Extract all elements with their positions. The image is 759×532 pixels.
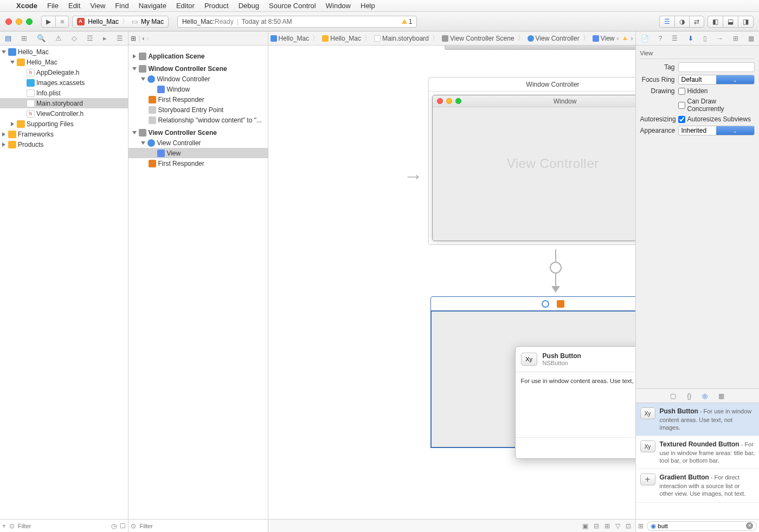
library-search-input[interactable] xyxy=(658,523,744,529)
run-button[interactable]: ▶ xyxy=(41,16,55,28)
menu-edit[interactable]: Edit xyxy=(68,2,80,10)
report-navigator-tab[interactable]: ☰ xyxy=(117,34,123,42)
file-inspector-tab[interactable]: 📄 xyxy=(641,35,649,42)
zoom-button[interactable] xyxy=(26,18,33,25)
outline-row[interactable]: View Controller xyxy=(128,138,267,148)
outline-row[interactable]: Relationship "window content" to "... xyxy=(128,115,267,125)
tag-input[interactable] xyxy=(678,62,755,72)
debug-navigator-tab[interactable]: ☲ xyxy=(87,34,93,42)
recent-filter-button[interactable]: ◷ xyxy=(111,522,117,530)
quickhelp-inspector-tab[interactable]: ? xyxy=(659,35,662,42)
resolve-issues-button[interactable]: ▽ xyxy=(615,522,620,530)
connections-inspector-tab[interactable]: → xyxy=(717,35,723,42)
menu-navigate[interactable]: Navigate xyxy=(139,2,166,10)
menu-view[interactable]: View xyxy=(90,2,105,10)
outline-row[interactable]: First Responder xyxy=(128,94,267,105)
object-library-tab[interactable]: ◎ xyxy=(702,392,707,400)
scheme-selector[interactable]: Hello_Mac 〉 ▭ My Mac xyxy=(72,16,169,28)
outline-row[interactable]: Window Controller xyxy=(128,74,267,84)
toggle-utilities-button[interactable]: ◨ xyxy=(738,16,754,28)
menu-debug[interactable]: Debug xyxy=(239,2,259,10)
add-button[interactable]: + xyxy=(2,522,6,530)
outline-row[interactable]: View Controller Scene xyxy=(128,127,267,138)
toggle-navigator-button[interactable]: ◧ xyxy=(707,16,723,28)
project-tree[interactable]: Hello_MacHello_MachAppDelegate.hImages.x… xyxy=(0,46,128,519)
scene-dock[interactable] xyxy=(431,297,635,311)
align-button[interactable]: ⊟ xyxy=(594,522,599,530)
menu-sourcecontrol[interactable]: Source Control xyxy=(269,2,316,10)
bindings-inspector-tab[interactable]: ⊞ xyxy=(733,35,738,42)
outline-tree[interactable]: Application SceneWindow Controller Scene… xyxy=(128,46,267,519)
tree-row[interactable]: Hello_Mac xyxy=(0,57,128,67)
library-item[interactable]: +Gradient Button - For direct interactio… xyxy=(636,469,759,502)
toggle-debug-button[interactable]: ⬓ xyxy=(723,16,738,28)
forward-button[interactable]: › xyxy=(147,35,149,42)
tree-row[interactable]: hAppDelegate.h xyxy=(0,67,128,77)
breakpoint-navigator-tab[interactable]: ▸ xyxy=(103,34,107,42)
issue-navigator-tab[interactable]: ⚠ xyxy=(55,34,62,42)
close-button[interactable] xyxy=(5,18,12,25)
appearance-select[interactable]: Inherited (Aqua)⌄ xyxy=(678,126,755,135)
standard-editor-button[interactable]: ☰ xyxy=(659,16,674,28)
concurrent-checkbox[interactable] xyxy=(678,102,685,109)
pin-button[interactable]: ⊞ xyxy=(604,522,610,530)
stop-button[interactable]: ■ xyxy=(55,16,69,28)
related-items-button[interactable]: ⊞ xyxy=(131,35,136,42)
code-snippet-tab[interactable]: {} xyxy=(687,392,691,400)
warning-icon[interactable] xyxy=(623,36,627,40)
library-item[interactable]: XyPush Button - For use in window conten… xyxy=(636,403,759,436)
tree-row[interactable]: Images.xcassets xyxy=(0,77,128,88)
warnings-indicator[interactable]: 1 xyxy=(402,18,413,25)
outline-row[interactable]: First Responder xyxy=(128,158,267,168)
menu-find[interactable]: Find xyxy=(115,2,128,10)
menu-help[interactable]: Help xyxy=(361,2,375,10)
assistant-editor-button[interactable]: ◑ xyxy=(674,16,689,28)
attributes-inspector-tab[interactable]: ⬇ xyxy=(688,35,693,42)
tree-row[interactable]: Main.storyboard xyxy=(0,98,128,108)
menu-xcode[interactable]: Xcode xyxy=(16,2,37,10)
outline-filter-input[interactable] xyxy=(139,523,265,529)
jump-bar[interactable]: Hello_Mac〉 Hello_Mac〉 Main.storyboard〉 V… xyxy=(268,31,635,46)
menu-editor[interactable]: Editor xyxy=(176,2,195,10)
tree-row[interactable]: Hello_Mac xyxy=(0,47,128,57)
outline-row[interactable]: Window Controller Scene xyxy=(128,63,267,74)
jump-back-button[interactable]: ‹ xyxy=(617,35,619,42)
tree-row[interactable]: Info.plist xyxy=(0,88,128,98)
test-navigator-tab[interactable]: ◇ xyxy=(72,34,77,42)
version-editor-button[interactable]: ⇄ xyxy=(689,16,704,28)
project-navigator-tab[interactable]: ▤ xyxy=(5,34,11,42)
size-inspector-tab[interactable]: ▯ xyxy=(703,35,707,42)
menu-window[interactable]: Window xyxy=(326,2,351,10)
resizing-button[interactable]: ⊡ xyxy=(626,522,631,530)
effects-inspector-tab[interactable]: ▦ xyxy=(748,35,754,42)
window-preview[interactable]: Window View Controller xyxy=(432,95,635,241)
segue-arrow[interactable] xyxy=(548,249,564,293)
outline-row[interactable]: Storyboard Entry Point xyxy=(128,105,267,115)
clear-search-button[interactable]: ✕ xyxy=(746,522,753,529)
grid-view-button[interactable]: ⊞ xyxy=(638,522,644,530)
file-template-tab[interactable]: ▢ xyxy=(670,392,676,400)
find-navigator-tab[interactable]: 🔍 xyxy=(37,34,46,42)
tree-row[interactable]: Supporting Files xyxy=(0,119,128,129)
window-controller-scene[interactable]: Window Controller Window View Controller xyxy=(428,77,635,245)
navigator-filter-input[interactable] xyxy=(18,523,108,529)
outline-row[interactable]: View xyxy=(128,148,267,158)
tree-row[interactable]: hViewController.h xyxy=(0,108,128,119)
identity-inspector-tab[interactable]: ☰ xyxy=(672,35,678,42)
outline-row[interactable]: Window xyxy=(128,84,267,94)
outline-row[interactable]: Application Scene xyxy=(128,51,267,61)
hidden-checkbox[interactable] xyxy=(678,88,685,95)
autoresize-checkbox[interactable] xyxy=(678,116,685,123)
first-responder-icon[interactable] xyxy=(557,300,564,308)
menu-file[interactable]: File xyxy=(47,2,59,10)
media-library-tab[interactable]: ▦ xyxy=(718,392,724,400)
tree-row[interactable]: Products xyxy=(0,139,128,150)
viewcontroller-icon[interactable] xyxy=(542,300,549,308)
menu-product[interactable]: Product xyxy=(204,2,229,10)
focusring-select[interactable]: Default⌄ xyxy=(678,75,755,85)
toggle-outline-button[interactable]: ▣ xyxy=(582,522,588,530)
back-button[interactable]: ‹ xyxy=(143,35,145,42)
scm-filter-button[interactable]: ☐ xyxy=(120,522,126,530)
library-item[interactable]: XyTextured Rounded Button - For use in w… xyxy=(636,436,759,469)
symbol-navigator-tab[interactable]: ⊞ xyxy=(21,34,27,42)
